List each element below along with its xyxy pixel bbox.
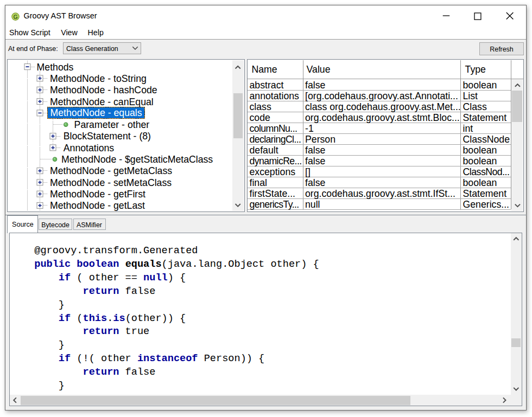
svg-text:G: G: [14, 13, 18, 20]
